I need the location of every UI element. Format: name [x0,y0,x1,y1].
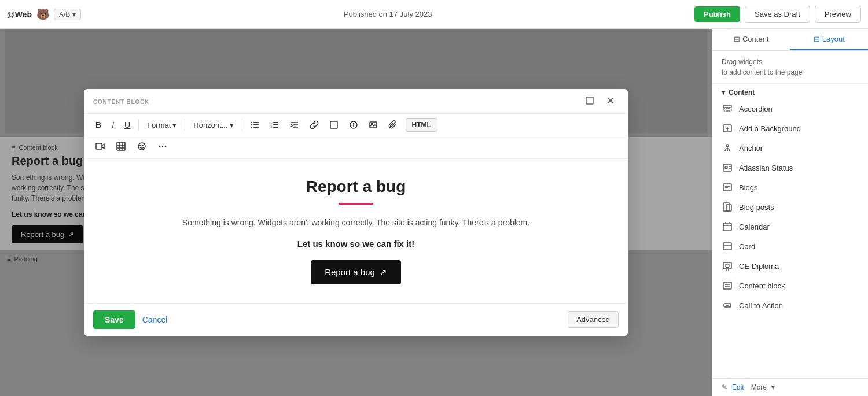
modal-header-actions [582,95,619,109]
toolbar-separator-2 [185,119,185,131]
edit-label[interactable]: Edit [732,383,744,391]
svg-rect-36 [723,105,731,108]
content-block-icon [722,280,733,291]
svg-rect-62 [723,282,731,289]
modal-footer: Save Cancel Advanced [84,303,628,336]
blog-posts-icon [722,201,733,213]
sidebar-item-accordion[interactable]: Accordion [712,99,868,119]
add-background-label: Add a Background [739,124,801,133]
image-button[interactable] [364,117,382,132]
close-modal-button[interactable] [602,95,619,109]
info-button[interactable] [344,117,363,132]
svg-text:3.: 3. [270,125,274,128]
calendar-label: Calendar [739,223,770,231]
more-button[interactable] [153,139,172,154]
content-tab-label: Content [742,35,769,43]
svg-rect-37 [723,109,731,111]
svg-rect-14 [273,127,278,128]
save-draft-button[interactable]: Save as Draft [745,6,810,23]
modal-content-desc: Something is wrong. Widgets aren't worki… [112,216,600,229]
topbar: @Web 🐻 A/B ▾ Published on 17 July 2023 P… [0,0,868,29]
main-layout: ≡ Content block Report a bug Something i… [0,29,868,396]
bold-button[interactable]: B [91,117,106,132]
sidebar-item-content-block[interactable]: Content block [712,276,868,295]
sidebar-item-ce-diploma[interactable]: CE Diploma [712,256,868,276]
maximize-button[interactable] [582,95,598,109]
content-tab-icon: ⊞ [734,35,740,43]
chevron-down-icon-more: ▾ [771,383,775,391]
svg-rect-18 [330,121,337,128]
tab-layout[interactable]: ⊟ Layout [790,29,869,50]
svg-rect-10 [273,122,278,123]
published-text: Published on 17 July 2023 [344,10,432,18]
more-label[interactable]: More [751,383,767,391]
svg-point-35 [165,146,167,147]
sidebar-section-label: Content [729,88,755,97]
modal-cta-label: Let us know so we can fix it! [112,239,600,249]
italic-button[interactable]: I [107,117,119,132]
underline-button[interactable]: U [120,117,135,132]
attachment-button[interactable] [384,117,402,132]
layout-tab-icon: ⊟ [814,35,820,43]
svg-point-32 [143,145,144,146]
ce-diploma-icon [722,260,733,272]
edit-icon: ✎ [722,383,727,391]
editor-area: ≡ Content block Report a bug Something i… [0,29,712,396]
cancel-button[interactable]: Cancel [142,315,168,324]
sidebar-item-atlassian-status[interactable]: Atlassian Status [712,158,868,177]
publish-button[interactable]: Publish [694,6,740,22]
ab-badge[interactable]: A/B ▾ [54,9,81,20]
svg-point-31 [140,145,141,146]
svg-point-33 [159,146,161,147]
bear-icon: 🐻 [36,8,49,21]
site-name: @Web [7,10,32,19]
atlassian-status-icon [722,162,733,173]
preview-button[interactable]: Preview [815,6,861,23]
indent-button[interactable] [285,117,304,132]
report-bug-button[interactable]: Report a bug ↗ [311,260,401,284]
sidebar-item-call-to-action[interactable]: Call to Action [712,295,868,315]
ab-label: A/B [59,10,70,18]
content-block-modal: CONTENT BLOCK B I U [84,89,628,335]
emoji-button[interactable] [133,139,151,154]
unordered-list-button[interactable] [246,117,264,132]
advanced-button[interactable]: Advanced [568,311,619,328]
modal-toolbar-row2 [84,136,628,159]
card-label: Card [739,242,755,251]
modal-header: CONTENT BLOCK [84,89,628,114]
svg-point-5 [251,124,252,125]
sidebar-item-blogs[interactable]: Blogs [712,177,868,197]
svg-rect-56 [723,243,731,250]
content-block-label: Content block [739,282,785,290]
html-button[interactable]: HTML [406,118,437,132]
sidebar-item-add-background[interactable]: Add a Background [712,119,868,138]
sidebar-items: Accordion Add a Background Anchor [712,99,868,378]
ordered-list-button[interactable]: 1.2.3. [266,117,284,132]
table-button[interactable] [112,139,130,154]
add-background-icon [722,123,733,134]
save-button[interactable]: Save [93,310,135,329]
topbar-left: @Web 🐻 A/B ▾ [7,8,81,21]
box-button[interactable] [325,117,343,132]
tab-content[interactable]: ⊞ Content [712,29,790,50]
svg-point-34 [162,146,164,147]
report-bug-label: Report a bug [325,267,375,277]
svg-rect-24 [96,143,102,149]
chevron-down-icon: ▾ [172,121,176,129]
sidebar-item-card[interactable]: Card [712,236,868,256]
video-button[interactable] [91,139,109,154]
sidebar-item-anchor[interactable]: Anchor [712,138,868,158]
sidebar-item-calendar[interactable]: Calendar [712,217,868,236]
anchor-icon [722,142,733,154]
svg-rect-12 [273,124,278,125]
sidebar-item-blog-posts[interactable]: Blog posts [712,197,868,217]
link-button[interactable] [305,117,323,132]
svg-rect-6 [253,124,259,125]
right-sidebar: ⊞ Content ⊟ Layout Drag widgets to add c… [712,29,868,396]
svg-point-59 [726,264,729,268]
svg-point-3 [251,122,252,123]
accordion-label: Accordion [739,105,773,113]
format-select[interactable]: Format ▾ [142,119,181,132]
accordion-icon [722,103,733,114]
horizontal-select[interactable]: Horizont... ▾ [189,119,238,132]
